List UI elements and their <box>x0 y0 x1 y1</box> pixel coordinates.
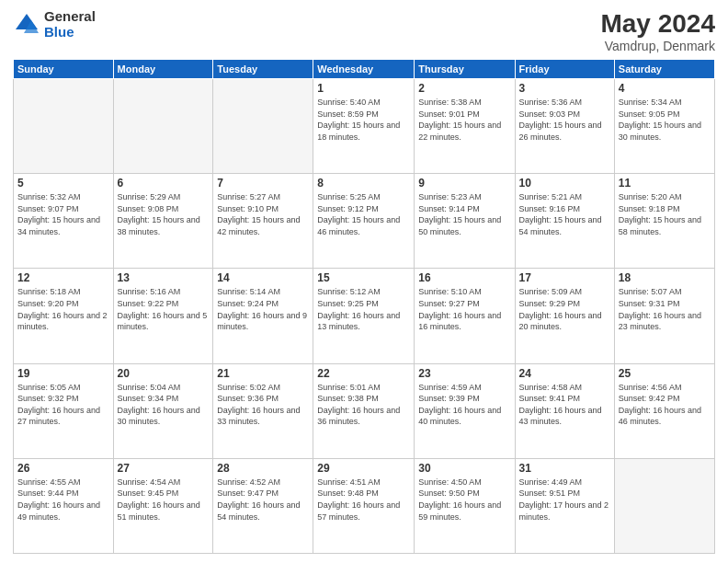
day-number: 10 <box>519 177 610 190</box>
day-number: 16 <box>418 271 510 284</box>
day-number: 31 <box>519 462 610 475</box>
day-info: Sunrise: 5:38 AM Sunset: 9:01 PM Dayligh… <box>418 97 510 143</box>
calendar-cell: 27Sunrise: 4:54 AM Sunset: 9:45 PM Dayli… <box>113 458 213 553</box>
subtitle: Vamdrup, Denmark <box>600 39 715 53</box>
calendar: Sunday Monday Tuesday Wednesday Thursday… <box>13 59 715 554</box>
week-row-4: 26Sunrise: 4:55 AM Sunset: 9:44 PM Dayli… <box>14 458 715 553</box>
day-info: Sunrise: 5:16 AM Sunset: 9:22 PM Dayligh… <box>118 286 210 332</box>
col-friday: Friday <box>515 60 614 79</box>
calendar-cell: 7Sunrise: 5:27 AM Sunset: 9:10 PM Daylig… <box>213 174 313 269</box>
day-info: Sunrise: 4:56 AM Sunset: 9:42 PM Dayligh… <box>619 382 711 428</box>
day-number: 1 <box>317 82 410 95</box>
calendar-cell: 25Sunrise: 4:56 AM Sunset: 9:42 PM Dayli… <box>614 363 714 458</box>
day-info: Sunrise: 5:27 AM Sunset: 9:10 PM Dayligh… <box>217 191 309 237</box>
day-number: 13 <box>118 271 210 284</box>
day-number: 2 <box>418 82 510 95</box>
day-info: Sunrise: 4:52 AM Sunset: 9:47 PM Dayligh… <box>217 477 309 523</box>
day-number: 9 <box>418 177 510 190</box>
day-info: Sunrise: 5:29 AM Sunset: 9:08 PM Dayligh… <box>118 191 210 237</box>
calendar-cell <box>213 79 313 174</box>
day-info: Sunrise: 5:10 AM Sunset: 9:27 PM Dayligh… <box>418 286 510 332</box>
calendar-cell: 9Sunrise: 5:23 AM Sunset: 9:14 PM Daylig… <box>415 174 515 269</box>
calendar-cell: 1Sunrise: 5:40 AM Sunset: 8:59 PM Daylig… <box>313 79 415 174</box>
day-number: 24 <box>519 367 610 380</box>
day-info: Sunrise: 5:09 AM Sunset: 9:29 PM Dayligh… <box>519 286 610 332</box>
day-number: 27 <box>118 462 210 475</box>
main-title: May 2024 <box>600 9 715 39</box>
day-number: 22 <box>317 367 410 380</box>
calendar-cell: 4Sunrise: 5:34 AM Sunset: 9:05 PM Daylig… <box>614 79 714 174</box>
day-number: 26 <box>17 462 109 475</box>
day-info: Sunrise: 5:07 AM Sunset: 9:31 PM Dayligh… <box>619 286 711 332</box>
day-info: Sunrise: 5:36 AM Sunset: 9:03 PM Dayligh… <box>519 97 610 143</box>
calendar-cell: 12Sunrise: 5:18 AM Sunset: 9:20 PM Dayli… <box>14 269 114 363</box>
logo-blue: Blue <box>44 25 96 40</box>
calendar-cell: 29Sunrise: 4:51 AM Sunset: 9:48 PM Dayli… <box>313 458 415 553</box>
day-info: Sunrise: 4:51 AM Sunset: 9:48 PM Dayligh… <box>317 477 410 523</box>
day-info: Sunrise: 5:04 AM Sunset: 9:34 PM Dayligh… <box>118 382 210 428</box>
day-info: Sunrise: 4:50 AM Sunset: 9:50 PM Dayligh… <box>418 477 510 523</box>
calendar-cell <box>14 79 114 174</box>
col-sunday: Sunday <box>14 60 114 79</box>
day-info: Sunrise: 4:59 AM Sunset: 9:39 PM Dayligh… <box>418 382 510 428</box>
day-info: Sunrise: 5:40 AM Sunset: 8:59 PM Dayligh… <box>317 97 410 143</box>
calendar-cell: 31Sunrise: 4:49 AM Sunset: 9:51 PM Dayli… <box>515 458 614 553</box>
day-info: Sunrise: 5:14 AM Sunset: 9:24 PM Dayligh… <box>217 286 309 332</box>
day-number: 12 <box>17 271 109 284</box>
day-info: Sunrise: 4:58 AM Sunset: 9:41 PM Dayligh… <box>519 382 610 428</box>
day-number: 7 <box>217 177 309 190</box>
calendar-cell: 22Sunrise: 5:01 AM Sunset: 9:38 PM Dayli… <box>313 363 415 458</box>
day-number: 11 <box>619 177 711 190</box>
calendar-cell: 17Sunrise: 5:09 AM Sunset: 9:29 PM Dayli… <box>515 269 614 363</box>
day-info: Sunrise: 5:18 AM Sunset: 9:20 PM Dayligh… <box>17 286 109 332</box>
day-number: 14 <box>217 271 309 284</box>
calendar-cell: 19Sunrise: 5:05 AM Sunset: 9:32 PM Dayli… <box>14 363 114 458</box>
day-info: Sunrise: 4:55 AM Sunset: 9:44 PM Dayligh… <box>17 477 109 523</box>
page: General Blue May 2024 Vamdrup, Denmark S… <box>0 0 728 563</box>
calendar-cell: 8Sunrise: 5:25 AM Sunset: 9:12 PM Daylig… <box>313 174 415 269</box>
logo-text: General Blue <box>44 9 96 40</box>
col-saturday: Saturday <box>614 60 714 79</box>
day-info: Sunrise: 4:49 AM Sunset: 9:51 PM Dayligh… <box>519 477 610 523</box>
day-number: 30 <box>418 462 510 475</box>
day-info: Sunrise: 5:23 AM Sunset: 9:14 PM Dayligh… <box>418 191 510 237</box>
calendar-cell: 3Sunrise: 5:36 AM Sunset: 9:03 PM Daylig… <box>515 79 614 174</box>
week-row-3: 19Sunrise: 5:05 AM Sunset: 9:32 PM Dayli… <box>14 363 715 458</box>
week-row-2: 12Sunrise: 5:18 AM Sunset: 9:20 PM Dayli… <box>14 269 715 363</box>
title-block: May 2024 Vamdrup, Denmark <box>600 9 715 53</box>
calendar-cell: 18Sunrise: 5:07 AM Sunset: 9:31 PM Dayli… <box>614 269 714 363</box>
calendar-cell: 6Sunrise: 5:29 AM Sunset: 9:08 PM Daylig… <box>113 174 213 269</box>
logo: General Blue <box>13 9 96 40</box>
day-number: 20 <box>118 367 210 380</box>
day-number: 8 <box>317 177 410 190</box>
day-info: Sunrise: 5:34 AM Sunset: 9:05 PM Dayligh… <box>619 97 711 143</box>
calendar-cell: 28Sunrise: 4:52 AM Sunset: 9:47 PM Dayli… <box>213 458 313 553</box>
week-row-0: 1Sunrise: 5:40 AM Sunset: 8:59 PM Daylig… <box>14 79 715 174</box>
calendar-cell: 23Sunrise: 4:59 AM Sunset: 9:39 PM Dayli… <box>415 363 515 458</box>
calendar-cell: 24Sunrise: 4:58 AM Sunset: 9:41 PM Dayli… <box>515 363 614 458</box>
day-number: 3 <box>519 82 610 95</box>
day-number: 28 <box>217 462 309 475</box>
calendar-cell: 20Sunrise: 5:04 AM Sunset: 9:34 PM Dayli… <box>113 363 213 458</box>
calendar-header-row: Sunday Monday Tuesday Wednesday Thursday… <box>14 60 715 79</box>
calendar-cell: 15Sunrise: 5:12 AM Sunset: 9:25 PM Dayli… <box>313 269 415 363</box>
day-number: 4 <box>619 82 711 95</box>
day-info: Sunrise: 5:01 AM Sunset: 9:38 PM Dayligh… <box>317 382 410 428</box>
day-number: 25 <box>619 367 711 380</box>
day-number: 5 <box>17 177 109 190</box>
day-info: Sunrise: 5:12 AM Sunset: 9:25 PM Dayligh… <box>317 286 410 332</box>
calendar-cell: 13Sunrise: 5:16 AM Sunset: 9:22 PM Dayli… <box>113 269 213 363</box>
logo-icon <box>13 11 40 39</box>
calendar-cell: 2Sunrise: 5:38 AM Sunset: 9:01 PM Daylig… <box>415 79 515 174</box>
day-info: Sunrise: 5:20 AM Sunset: 9:18 PM Dayligh… <box>619 191 711 237</box>
day-info: Sunrise: 5:21 AM Sunset: 9:16 PM Dayligh… <box>519 191 610 237</box>
day-number: 19 <box>17 367 109 380</box>
calendar-cell: 21Sunrise: 5:02 AM Sunset: 9:36 PM Dayli… <box>213 363 313 458</box>
calendar-cell: 26Sunrise: 4:55 AM Sunset: 9:44 PM Dayli… <box>14 458 114 553</box>
col-monday: Monday <box>113 60 213 79</box>
header: General Blue May 2024 Vamdrup, Denmark <box>13 9 715 53</box>
day-info: Sunrise: 5:02 AM Sunset: 9:36 PM Dayligh… <box>217 382 309 428</box>
day-info: Sunrise: 5:05 AM Sunset: 9:32 PM Dayligh… <box>17 382 109 428</box>
day-number: 29 <box>317 462 410 475</box>
week-row-1: 5Sunrise: 5:32 AM Sunset: 9:07 PM Daylig… <box>14 174 715 269</box>
